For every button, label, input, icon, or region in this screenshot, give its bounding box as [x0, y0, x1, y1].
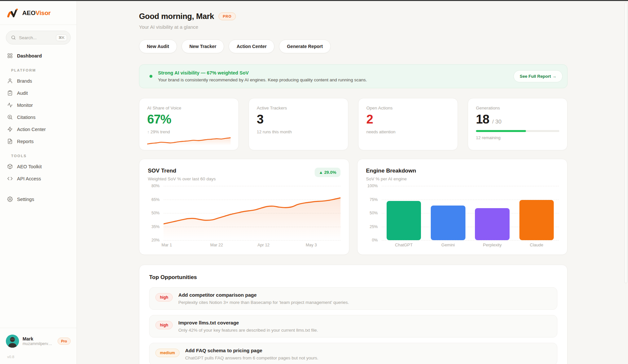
sidebar-item-label: Reports: [17, 139, 34, 144]
sidebar-item-action-center[interactable]: Action Center: [4, 123, 73, 135]
main-content: Good morning, Mark PRO Your AI visibilit…: [77, 1, 628, 364]
priority-badge: high: [155, 321, 173, 329]
stat-value-suffix: / 30: [492, 119, 501, 125]
bar-label-chatgpt: ChatGPT: [395, 242, 413, 247]
avatar: [6, 335, 19, 348]
stat-card-active-trackers: Active Trackers 3 12 runs this month: [249, 98, 348, 150]
sidebar-item-aeo-toolkit[interactable]: AEO Toolkit: [4, 160, 73, 173]
user-profile[interactable]: Mark muzammilpervaiz... Pro: [5, 333, 72, 350]
banner-title: Strong AI visibility — 67% weighted SoV: [158, 70, 512, 75]
sov-trend-card: SOV Trend Weighted SoV % over last 60 da…: [139, 159, 349, 255]
engine-breakdown-card: Engine Breakdown SoV % per AI engine 100…: [357, 159, 567, 255]
sidebar-item-label: API Access: [17, 176, 41, 181]
quick-actions: New Audit New Tracker Action Center Gene…: [139, 40, 567, 53]
stats-row: AI Share of Voice 67% ↑ 29% trend Active…: [139, 98, 567, 150]
priority-badge: high: [155, 293, 173, 302]
generations-progress-bar: [476, 130, 559, 132]
engine-breakdown-bar-chart: ChatGPTGeminiPerplexityClaude: [382, 186, 559, 247]
opportunities-list: highAdd competitor comparison pagePerple…: [149, 287, 557, 364]
aeovisor-logo-icon: [7, 8, 19, 19]
plan-badge: Pro: [58, 338, 71, 345]
top-opportunities-card: Top Opportunities highAdd competitor com…: [139, 265, 567, 364]
brand-logo[interactable]: AEOVisor: [0, 1, 77, 25]
app-version: v0.8: [5, 350, 72, 363]
new-tracker-button[interactable]: New Tracker: [182, 40, 224, 53]
file-text-icon: [7, 139, 13, 144]
sidebar-item-citations[interactable]: Citations: [4, 111, 73, 123]
opportunity-item[interactable]: highImprove llms.txt coverageOnly 42% of…: [149, 315, 557, 338]
sidebar-item-audit[interactable]: Audit: [4, 87, 73, 99]
bar-chatgpt: [387, 201, 421, 240]
pro-plan-badge: PRO: [218, 12, 236, 20]
opportunity-description: ChatGPT pulls FAQ answers from 6 competi…: [185, 356, 318, 360]
bar-label-perplexity: Perplexity: [483, 242, 502, 247]
stat-sub: needs attention: [366, 129, 450, 134]
activity-icon: [7, 102, 13, 108]
sidebar-item-api-access[interactable]: API Access: [4, 173, 73, 185]
gear-icon: [7, 196, 13, 202]
stat-label: AI Share of Voice: [147, 106, 231, 110]
stat-value: 18 / 30: [476, 113, 559, 125]
sidebar-item-label: AEO Toolkit: [17, 164, 42, 169]
y-axis-labels: 80%65%50%35%20%: [148, 186, 160, 240]
new-audit-button[interactable]: New Audit: [139, 40, 177, 53]
zoom-in-icon: [7, 114, 13, 120]
sidebar-item-brands[interactable]: Brands: [4, 75, 73, 87]
generate-report-button[interactable]: Generate Report: [279, 40, 331, 53]
bar-gemini: [431, 206, 465, 240]
sov-trend-line-chart: Mar 1Mar 22Apr 12May 3: [164, 186, 340, 247]
sidebar-footer: Mark muzammilpervaiz... Pro v0.8: [0, 328, 77, 364]
y-axis-labels: 100%75%50%25%0%: [366, 186, 378, 240]
status-dot-icon: [149, 75, 152, 78]
search-icon: [11, 35, 16, 40]
opportunity-description: Only 42% of your key features are descri…: [178, 328, 318, 333]
stat-card-open-actions: Open Actions 2 needs attention: [358, 98, 458, 150]
stat-label: Active Trackers: [257, 106, 340, 110]
search-shortcut-kbd: ⌘K: [56, 34, 67, 41]
bar-perplexity: [475, 208, 509, 240]
trend-up-badge: ▲ 29.0%: [315, 168, 340, 177]
sidebar-item-label: Brands: [17, 78, 32, 84]
stat-value: 67%: [147, 113, 231, 125]
sidebar-item-label: Dashboard: [17, 53, 42, 58]
opportunity-title: Add competitor comparison page: [178, 292, 349, 298]
sidebar-item-label: Settings: [17, 197, 34, 202]
sidebar-item-monitor[interactable]: Monitor: [4, 99, 73, 111]
sidebar-nav: Dashboard PLATFORM Brands: [0, 47, 77, 205]
sov-sparkline-chart: [147, 134, 231, 145]
brand-name: AEOVisor: [22, 9, 51, 17]
search-input-wrap[interactable]: ⌘K: [6, 31, 71, 44]
nav-section-tools: TOOLS: [4, 147, 73, 160]
stat-sub: 12 runs this month: [257, 129, 340, 134]
stat-value: 3: [257, 113, 340, 125]
opportunity-item[interactable]: highAdd competitor comparison pagePerple…: [149, 287, 557, 310]
stat-trend: ↑ 29% trend: [147, 129, 231, 134]
opportunity-item[interactable]: mediumAdd FAQ schema to pricing pageChat…: [149, 343, 557, 364]
user-email: muzammilpervaiz...: [23, 341, 54, 346]
action-center-button[interactable]: Action Center: [229, 40, 274, 53]
cube-icon: [7, 164, 13, 169]
opportunity-title: Improve llms.txt coverage: [178, 320, 318, 325]
sidebar-item-settings[interactable]: Settings: [4, 193, 73, 205]
bar-label-gemini: Gemini: [441, 242, 455, 247]
stat-sub: 12 remaining: [476, 135, 559, 140]
stat-card-ai-share-of-voice: AI Share of Voice 67% ↑ 29% trend: [139, 98, 239, 150]
chart-subtitle: Weighted SoV % over last 60 days: [148, 176, 216, 181]
code-icon: [7, 176, 13, 181]
bar-label-claude: Claude: [530, 242, 543, 247]
scrollbar[interactable]: [624, 2, 627, 283]
section-title: Top Opportunities: [149, 274, 557, 281]
banner-description: Your brand is consistently recommended b…: [158, 77, 512, 82]
sidebar-item-dashboard[interactable]: Dashboard: [4, 50, 73, 62]
page-title: Good morning, Mark: [139, 12, 214, 21]
priority-badge: medium: [155, 349, 180, 357]
sidebar-item-label: Monitor: [17, 103, 33, 108]
see-full-report-button[interactable]: See Full Report →: [514, 70, 563, 82]
sidebar-item-label: Audit: [17, 91, 28, 96]
sidebar-item-reports[interactable]: Reports: [4, 135, 73, 147]
nav-section-platform: PLATFORM: [4, 62, 73, 75]
stat-value: 2: [366, 113, 450, 125]
sidebar-item-label: Citations: [17, 115, 35, 120]
sidebar: AEOVisor ⌘K Dashboard PLATF: [0, 1, 77, 364]
search-input[interactable]: [19, 35, 53, 40]
